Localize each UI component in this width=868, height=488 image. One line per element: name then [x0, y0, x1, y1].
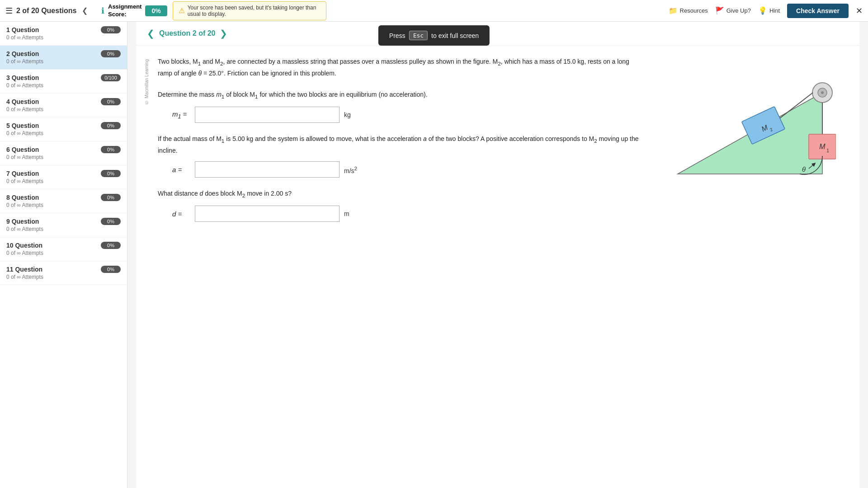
saved-toast: ⚠ Your score has been saved, but it's ta…: [173, 1, 326, 20]
saved-toast-text: Your score has been saved, but it's taki…: [188, 5, 321, 17]
answer-unit-3: m: [344, 210, 349, 217]
sidebar-badge: 0%: [101, 50, 121, 57]
svg-text:θ: θ: [802, 165, 806, 173]
sidebar-item-6[interactable]: 6 Question 0% 0 of ∞ Attempts: [0, 141, 127, 165]
sidebar-item-11[interactable]: 11 Question 0% 0 of ∞ Attempts: [0, 261, 127, 285]
sidebar-item-sub: 0 of ∞ Attempts: [6, 202, 121, 208]
sidebar-item-top: 10 Question 0%: [6, 242, 121, 249]
sidebar-item-top: 1 Question 0%: [6, 26, 121, 33]
resources-label: Resources: [680, 7, 708, 14]
main-layout: 1 Question 0% 0 of ∞ Attempts 2 Question…: [0, 22, 868, 488]
hint-label: Hint: [769, 7, 780, 14]
collapse-button[interactable]: ❮: [82, 6, 88, 15]
sidebar-item-top: 5 Question 0%: [6, 122, 121, 129]
sub-question-1: Determine the mass m1 of block M1 for wh…: [151, 89, 641, 123]
sidebar-item-9[interactable]: 9 Question 0% 0 of ∞ Attempts: [0, 213, 127, 237]
sidebar-badge: 0%: [101, 242, 121, 249]
hint-button[interactable]: 💡 Hint: [758, 6, 780, 15]
sidebar-item-top: 4 Question 0%: [6, 98, 121, 105]
question-intro: Two blocks, M1 and M2, are connected by …: [151, 56, 641, 79]
sidebar-badge: 0%: [101, 194, 121, 201]
assignment-score-area: ℹ AssignmentScore: 0%: [101, 3, 167, 19]
sidebar-item-name: 10 Question: [6, 242, 42, 249]
answer-input-2[interactable]: [195, 161, 340, 178]
resources-icon: 📁: [669, 6, 678, 15]
top-bar-left: ☰ 2 of 20 Questions ❮: [5, 6, 96, 16]
sidebar-item-top: 9 Question 0%: [6, 218, 121, 225]
answer-unit-2: m/s2: [344, 165, 357, 174]
sidebar-item-sub: 0 of ∞ Attempts: [6, 34, 121, 41]
prev-question-button[interactable]: ❮: [147, 28, 155, 39]
sidebar-item-top: 11 Question 0%: [6, 266, 121, 273]
answer-input-3[interactable]: [195, 206, 340, 222]
top-bar: ☰ 2 of 20 Questions ❮ ℹ AssignmentScore:…: [0, 0, 868, 22]
sidebar-item-sub: 0 of ∞ Attempts: [6, 250, 121, 256]
sidebar-item-sub: 0 of ∞ Attempts: [6, 82, 121, 89]
svg-text:1: 1: [826, 148, 829, 153]
sidebar-item-name: 2 Question: [6, 50, 39, 57]
esc-toast: Press Esc to exit full screen: [378, 25, 490, 46]
answer-label-3: d =: [172, 210, 190, 218]
sidebar-item-10[interactable]: 10 Question 0% 0 of ∞ Attempts: [0, 237, 127, 261]
score-badge: 0%: [145, 5, 167, 16]
sidebar-item-name: 9 Question: [6, 218, 39, 225]
sidebar: 1 Question 0% 0 of ∞ Attempts 2 Question…: [0, 22, 127, 488]
question-nav: ❮ Question 2 of 20 ❯: [136, 22, 859, 46]
sidebar-item-4[interactable]: 4 Question 0% 0 of ∞ Attempts: [0, 94, 127, 117]
sidebar-item-name: 5 Question: [6, 122, 39, 129]
hamburger-icon[interactable]: ☰: [5, 6, 13, 16]
sub-q2-text: If the actual mass of M1 is 5.00 kg and …: [158, 134, 641, 156]
sub-q3-text: What distance d does block M2 move in 2.…: [158, 188, 641, 200]
warning-icon: ⚠: [179, 6, 185, 15]
physics-diagram: M 1 M 2 θ: [655, 56, 836, 183]
sidebar-item-name: 11 Question: [6, 266, 42, 273]
sidebar-badge: 0%: [101, 26, 121, 33]
sidebar-item-name: 6 Question: [6, 146, 39, 153]
sidebar-item-sub: 0 of ∞ Attempts: [6, 274, 121, 280]
give-up-label: Give Up?: [726, 7, 751, 14]
answer-input-1[interactable]: [195, 107, 340, 123]
sidebar-item-3[interactable]: 3 Question 0/100 0 of ∞ Attempts: [0, 70, 127, 94]
sub-q1-text: Determine the mass m1 of block M1 for wh…: [158, 89, 641, 101]
content-inner: ❮ Question 2 of 20 ❯ © Macmillan Learnin…: [136, 22, 859, 488]
sidebar-item-top: 8 Question 0%: [6, 194, 121, 201]
sidebar-badge: 0%: [101, 218, 121, 225]
sidebar-item-2[interactable]: 2 Question 0% 0 of ∞ Attempts: [0, 46, 127, 70]
answer-unit-1: kg: [344, 111, 351, 118]
sidebar-item-top: 6 Question 0%: [6, 146, 121, 153]
sidebar-item-name: 8 Question: [6, 194, 39, 201]
sidebar-item-sub: 0 of ∞ Attempts: [6, 226, 121, 232]
sidebar-item-sub: 0 of ∞ Attempts: [6, 130, 121, 136]
esc-toast-after: to exit full screen: [431, 32, 479, 39]
exit-fullscreen-button[interactable]: ✕: [856, 6, 863, 16]
sidebar-item-sub: 0 of ∞ Attempts: [6, 58, 121, 65]
check-answer-button[interactable]: Check Answer: [787, 4, 849, 18]
sidebar-badge: 0%: [101, 266, 121, 273]
sidebar-badge: 0%: [101, 170, 121, 177]
top-bar-right: 📁 Resources 🚩 Give Up? 💡 Hint Check Answ…: [669, 4, 863, 18]
question-text-column: Two blocks, M1 and M2, are connected by …: [151, 56, 641, 233]
give-up-icon: 🚩: [715, 6, 724, 15]
question-figure: M 1 M 2 θ: [655, 56, 845, 233]
esc-key: Esc: [409, 31, 428, 40]
sidebar-item-name: 4 Question: [6, 98, 39, 105]
sidebar-item-sub: 0 of ∞ Attempts: [6, 106, 121, 113]
resources-button[interactable]: 📁 Resources: [669, 6, 708, 15]
sidebar-item-name: 7 Question: [6, 170, 39, 177]
next-question-button[interactable]: ❯: [220, 28, 227, 39]
sidebar-item-5[interactable]: 5 Question 0% 0 of ∞ Attempts: [0, 117, 127, 141]
give-up-button[interactable]: 🚩 Give Up?: [715, 6, 751, 15]
assignment-score-label: AssignmentScore:: [108, 3, 142, 19]
sidebar-item-8[interactable]: 8 Question 0% 0 of ∞ Attempts: [0, 189, 127, 213]
content-area: ❮ Question 2 of 20 ❯ © Macmillan Learnin…: [127, 22, 868, 488]
sidebar-badge: 0%: [101, 98, 121, 105]
sidebar-item-1[interactable]: 1 Question 0% 0 of ∞ Attempts: [0, 22, 127, 46]
sub-question-3: What distance d does block M2 move in 2.…: [151, 188, 641, 222]
sidebar-item-7[interactable]: 7 Question 0% 0 of ∞ Attempts: [0, 165, 127, 189]
sidebar-item-top: 3 Question 0/100: [6, 74, 121, 81]
sidebar-item-sub: 0 of ∞ Attempts: [6, 178, 121, 184]
question-body: © Macmillan Learning Two blocks, M1 and …: [136, 46, 859, 244]
svg-point-3: [821, 91, 824, 94]
sidebar-item-sub: 0 of ∞ Attempts: [6, 154, 121, 160]
esc-toast-before: Press: [389, 32, 406, 39]
